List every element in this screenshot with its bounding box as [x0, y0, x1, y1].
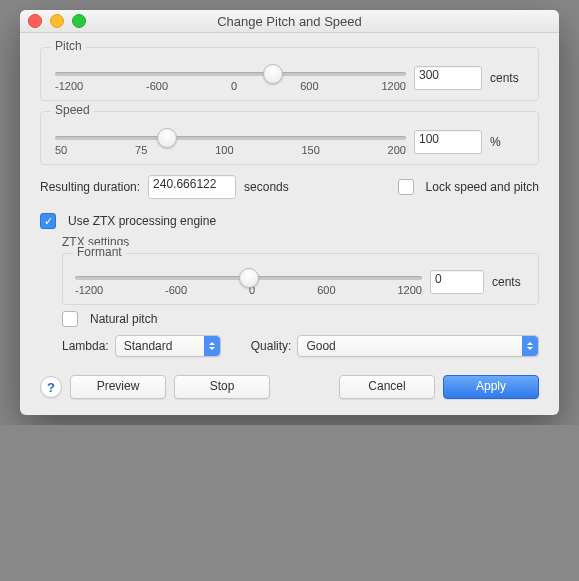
duration-label: Resulting duration: [40, 180, 140, 194]
quality-select[interactable]: Good [297, 335, 539, 357]
window-title: Change Pitch and Speed [20, 14, 559, 29]
chevron-updown-icon [522, 336, 538, 356]
pitch-unit: cents [490, 71, 524, 85]
pitch-label: Pitch [51, 39, 86, 53]
pitch-value-input[interactable]: 300 [414, 66, 482, 90]
speed-unit: % [490, 135, 524, 149]
natural-pitch-label: Natural pitch [90, 312, 157, 326]
ztx-settings-label: ZTX settings [62, 235, 539, 249]
pitch-ticks: -1200 -600 0 600 1200 [55, 80, 406, 92]
preview-button[interactable]: Preview [70, 375, 166, 399]
duration-value-input[interactable]: 240.666122 [148, 175, 236, 199]
stop-button[interactable]: Stop [174, 375, 270, 399]
natural-pitch-checkbox[interactable] [62, 311, 78, 327]
speed-value-input[interactable]: 100 [414, 130, 482, 154]
speed-group: Speed 50 75 100 150 200 100 % [40, 111, 539, 165]
pitch-group: Pitch -1200 -600 0 600 1200 300 cents [40, 47, 539, 101]
pitch-slider-thumb[interactable] [263, 64, 283, 84]
dialog-window: Change Pitch and Speed Pitch -1200 -600 … [20, 10, 559, 415]
quality-label: Quality: [251, 339, 292, 353]
speed-slider[interactable] [55, 136, 406, 140]
apply-button[interactable]: Apply [443, 375, 539, 399]
lock-checkbox[interactable] [398, 179, 414, 195]
pitch-slider[interactable] [55, 72, 406, 76]
ztx-label: Use ZTX processing engine [68, 214, 216, 228]
lambda-label: Lambda: [62, 339, 109, 353]
help-button[interactable]: ? [40, 376, 62, 398]
lambda-select[interactable]: Standard [115, 335, 221, 357]
formant-unit: cents [492, 275, 526, 289]
speed-ticks: 50 75 100 150 200 [55, 144, 406, 156]
cancel-button[interactable]: Cancel [339, 375, 435, 399]
formant-slider-thumb[interactable] [239, 268, 259, 288]
formant-group: Formant -1200 -600 0 600 1200 [62, 253, 539, 305]
duration-unit: seconds [244, 180, 289, 194]
formant-slider[interactable] [75, 276, 422, 280]
formant-value-input[interactable]: 0 [430, 270, 484, 294]
formant-label: Formant [73, 245, 126, 259]
speed-slider-thumb[interactable] [157, 128, 177, 148]
ztx-checkbox[interactable] [40, 213, 56, 229]
titlebar: Change Pitch and Speed [20, 10, 559, 33]
lock-label: Lock speed and pitch [426, 180, 539, 194]
speed-label: Speed [51, 103, 94, 117]
chevron-updown-icon [204, 336, 220, 356]
